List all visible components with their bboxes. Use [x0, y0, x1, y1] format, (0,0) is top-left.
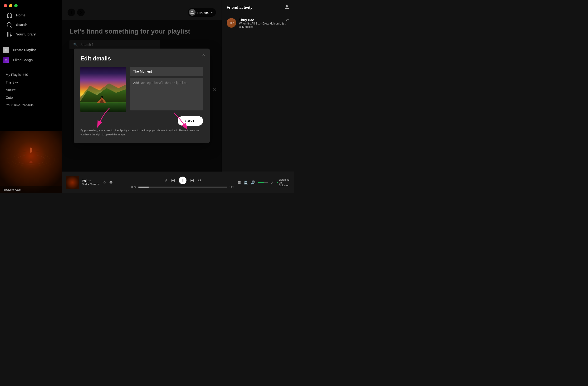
svg-point-5 [29, 161, 33, 163]
user-area[interactable]: miu sic ▼ [188, 8, 216, 17]
listening-on-label: Listening on Solomen [279, 178, 290, 187]
friend-activity-user-icon[interactable] [284, 5, 289, 11]
sidebar-item-home[interactable]: Home [4, 10, 58, 20]
edit-details-modal: Edit details × [74, 48, 210, 143]
modal-close-button[interactable]: × [202, 52, 205, 58]
thumbnail-label: Ripples of Calm [0, 186, 62, 193]
remove-button[interactable]: ⊖ [109, 180, 113, 185]
create-playlist-label: Create Playlist [13, 48, 36, 52]
friend-album-1: ◉ Medicine [239, 25, 289, 29]
sidebar-item-search[interactable]: Search [4, 20, 58, 29]
liked-songs-label: Liked Songs [13, 58, 33, 62]
friend-item-1: TD Thuy Dao 2d When It's All S... • Drew… [222, 15, 294, 31]
minimize-button[interactable] [9, 4, 12, 7]
next-button[interactable]: ⏭ [190, 178, 194, 183]
friend-info-1: Thuy Dao 2d When It's All S... • Drew Ho… [239, 18, 289, 29]
heart-icon: ♥ [3, 57, 9, 63]
friend-activity-header: Friend activity [222, 0, 294, 15]
main-content: ‹ › miu sic ▼ [62, 0, 222, 172]
right-panel: Friend activity TD Thuy Dao 2d [222, 0, 294, 172]
nav-buttons: ‹ › [67, 9, 85, 16]
sidebar-divider [4, 43, 58, 43]
svg-rect-13 [80, 102, 126, 112]
queue-button[interactable]: ☰ [238, 181, 241, 184]
progress-fill [138, 187, 149, 188]
chevron-down-icon: ▼ [211, 11, 213, 14]
playlist-description-input[interactable] [130, 78, 203, 110]
player-artist-name: Stella Oceans [82, 183, 100, 186]
like-button[interactable]: ♡ [103, 180, 106, 185]
app-layout: Home Search Your Library [0, 0, 294, 193]
shuffle-button[interactable]: ⇄ [164, 178, 168, 183]
sidebar-item-search-label: Search [16, 23, 27, 27]
player-right: ☰ 💻 🔊 ⤢ ● Listening on Solomen [238, 178, 290, 187]
volume-icon: 🔊 [251, 180, 255, 185]
sidebar: Home Search Your Library [0, 0, 62, 193]
modal-body [80, 67, 203, 112]
friend-song-1: When It's All S... • Drew Holcomb &... [239, 22, 289, 25]
volume-bar[interactable] [258, 182, 268, 183]
player-thumbnail [66, 176, 79, 189]
playlist-item-2[interactable]: The Sky [0, 79, 62, 86]
playlist-item-5[interactable]: Your Time Capsule [0, 101, 62, 109]
time-current: 0:24 [131, 186, 136, 189]
forward-button[interactable]: › [77, 9, 85, 16]
listening-green-dot: ● [276, 181, 278, 184]
sidebar-item-library-label: Your Library [16, 32, 36, 36]
search-icon [7, 22, 12, 28]
username: miu sic [197, 10, 209, 14]
avatar [189, 9, 195, 16]
sidebar-item-library[interactable]: Your Library [4, 29, 58, 39]
sidebar-item-home-label: Home [16, 13, 25, 17]
player-bar: Palms Stella Oceans ♡ ⊖ ⇄ ⏮ ⏸ ⏭ ↻ 0:24 [62, 172, 294, 193]
fullscreen-button[interactable]: ⤢ [271, 181, 273, 184]
play-pause-button[interactable]: ⏸ [179, 177, 187, 184]
listening-bar: ● Listening on Solomen [276, 178, 290, 187]
time-total: 3:28 [229, 186, 234, 189]
modal-disclaimer: By proceeding, you agree to give Spotify… [80, 129, 203, 136]
player-track-name: Palms [82, 179, 100, 183]
playlist-item-3[interactable]: Nature [0, 86, 62, 94]
friend-time-1: 2d [286, 18, 289, 22]
friend-activity-title: Friend activity [227, 5, 252, 10]
sidebar-thumbnail: Ripples of Calm [0, 131, 62, 193]
previous-button[interactable]: ⏮ [171, 178, 175, 183]
volume-fill [258, 182, 264, 183]
playlist-item-1[interactable]: My Playlist #10 [0, 71, 62, 79]
save-button[interactable]: SAVE [178, 116, 203, 126]
modal-fields [130, 67, 203, 112]
create-playlist-button[interactable]: + Create Playlist [0, 45, 62, 55]
plus-icon: + [3, 47, 9, 53]
liked-songs-button[interactable]: ♥ Liked Songs [0, 55, 62, 65]
progress-bar[interactable] [138, 187, 227, 188]
modal-footer: SAVE [80, 116, 203, 126]
svg-point-4 [30, 147, 32, 153]
modal-image-upload[interactable] [80, 67, 126, 112]
modal-title: Edit details [80, 55, 203, 62]
friend-avatar-img-1: TD [227, 18, 236, 28]
player-track-details: Palms Stella Oceans [82, 179, 100, 186]
top-bar: ‹ › miu sic ▼ [62, 5, 222, 20]
progress-row: 0:24 3:28 [131, 186, 234, 189]
repeat-button[interactable]: ↻ [198, 178, 201, 183]
maximize-button[interactable] [14, 4, 18, 7]
friend-name-1: Thuy Dao [239, 18, 254, 22]
playlist-item-4[interactable]: Cute [0, 94, 62, 101]
friend-avatar-1: TD [227, 18, 236, 28]
sidebar-divider-2 [4, 67, 58, 67]
title-bar [0, 0, 33, 11]
modal-overlay: Edit details × [62, 20, 222, 172]
device-button[interactable]: 💻 [244, 181, 248, 184]
playlist-name-input[interactable] [130, 67, 203, 76]
content-body: Let's finnd something for your playlist … [62, 20, 222, 172]
player-side-actions: ♡ ⊖ [103, 180, 113, 185]
back-button[interactable]: ‹ [67, 9, 75, 16]
player-center: ⇄ ⏮ ⏸ ⏭ ↻ 0:24 3:28 [131, 177, 234, 189]
playlist-list: My Playlist #10 The Sky Nature Cute Your… [0, 69, 62, 131]
library-icon [7, 31, 12, 37]
player-track-info: Palms Stella Oceans ♡ ⊖ [66, 176, 127, 189]
player-controls: ⇄ ⏮ ⏸ ⏭ ↻ [164, 177, 201, 184]
home-icon [7, 12, 12, 18]
close-button[interactable] [4, 4, 7, 7]
